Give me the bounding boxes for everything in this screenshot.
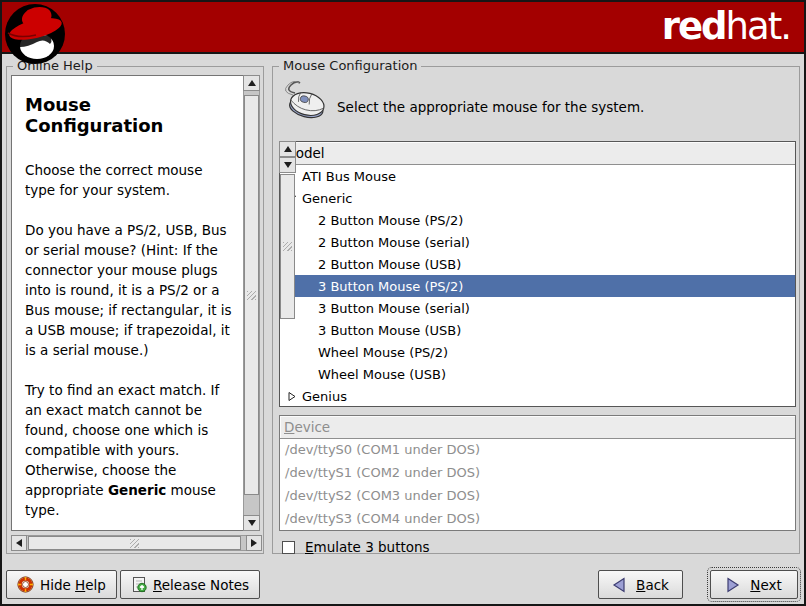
help-paragraph-3: Try to find an exact match. If an exact … <box>25 380 232 520</box>
device-row: /dev/ttyS3 (COM4 under DOS) <box>280 508 795 531</box>
thumb-grip <box>247 291 256 300</box>
next-label: Next <box>750 577 781 593</box>
expander-closed-icon[interactable] <box>286 391 297 402</box>
back-label: Back <box>636 577 669 593</box>
instruction-text: Select the appropriate mouse for the sys… <box>337 99 644 115</box>
installer-window: redhat. Online Help Mouse Configuration … <box>0 0 806 606</box>
help-vertical-scrollbar[interactable] <box>243 75 260 531</box>
device-column-header: Device <box>280 416 795 439</box>
right-arrow-icon <box>251 539 257 547</box>
mouse-configuration-frame: Mouse Configuration Select the appropria… <box>272 66 800 554</box>
scrollbar-thumb[interactable] <box>280 174 295 319</box>
scroll-down-button[interactable] <box>279 157 296 173</box>
scroll-up-button[interactable] <box>279 141 296 157</box>
redhat-shadowman-icon <box>4 3 67 66</box>
wordmark-rest: hat. <box>726 5 790 48</box>
model-list: Model ATI Bus Mouse Generic 2 Button Mou… <box>279 141 796 407</box>
help-horizontal-scrollbar[interactable] <box>11 535 262 551</box>
life-preserver-icon <box>17 576 34 593</box>
next-button[interactable]: Next <box>710 570 798 599</box>
model-column-header[interactable]: Model <box>280 142 795 165</box>
model-row[interactable]: 2 Button Mouse (USB) <box>280 253 795 275</box>
model-row[interactable]: 3 Button Mouse (serial) <box>280 297 795 319</box>
thumb-grip <box>130 539 139 548</box>
mouse-icon <box>281 79 329 125</box>
help-paragraph-1: Choose the correct mouse type for your s… <box>25 160 232 200</box>
model-row-selected[interactable]: 3 Button Mouse (PS/2) <box>280 275 795 297</box>
release-notes-label: Release Notes <box>153 577 249 593</box>
scroll-up-button[interactable] <box>243 75 260 91</box>
device-row: /dev/ttyS1 (COM2 under DOS) <box>280 462 795 485</box>
device-row: /dev/ttyS2 (COM3 under DOS) <box>280 485 795 508</box>
back-button[interactable]: Back <box>598 570 683 599</box>
model-row[interactable]: ATI Bus Mouse <box>280 165 795 187</box>
hide-help-button[interactable]: Hide Help <box>6 570 117 599</box>
up-arrow-icon <box>284 146 292 152</box>
next-arrow-icon <box>726 577 740 593</box>
up-arrow-icon <box>248 80 256 86</box>
back-arrow-icon <box>612 577 626 593</box>
model-row[interactable]: Generic <box>280 187 795 209</box>
scrollbar-trough[interactable] <box>27 535 246 551</box>
scrollbar-thumb[interactable] <box>28 536 241 550</box>
banner: redhat. <box>2 2 804 54</box>
hide-help-label: Hide Help <box>40 577 106 593</box>
thumb-grip <box>283 242 292 251</box>
scroll-right-button[interactable] <box>246 535 262 551</box>
model-row[interactable]: Genius <box>280 385 795 407</box>
help-paragraph-2: Do you have a PS/2, USB, Bus or serial m… <box>25 220 232 360</box>
model-vertical-scrollbar[interactable] <box>279 141 296 173</box>
release-notes-button[interactable]: Release Notes <box>120 570 260 599</box>
help-bold-generic: Generic <box>108 482 166 498</box>
help-title: Mouse Configuration <box>25 94 232 136</box>
redhat-wordmark: redhat. <box>662 6 790 48</box>
scroll-down-button[interactable] <box>243 515 260 531</box>
model-row[interactable]: 3 Button Mouse (USB) <box>280 319 795 341</box>
scroll-left-button[interactable] <box>11 535 27 551</box>
release-notes-document-icon <box>131 576 147 593</box>
model-row[interactable]: 2 Button Mouse (serial) <box>280 231 795 253</box>
down-arrow-icon <box>248 520 256 526</box>
emulate-3-buttons-checkbox[interactable] <box>282 541 295 554</box>
emulate-3-buttons-label: Emulate 3 buttons <box>305 539 430 555</box>
help-text-viewport: Mouse Configuration Choose the correct m… <box>11 75 245 531</box>
model-row[interactable]: Wheel Mouse (PS/2) <box>280 341 795 363</box>
mouse-configuration-frame-label: Mouse Configuration <box>279 58 421 73</box>
device-row: /dev/ttyS0 (COM1 under DOS) <box>280 439 795 462</box>
left-arrow-icon <box>16 539 22 547</box>
emulate-3-buttons-option[interactable]: Emulate 3 buttons <box>282 539 430 555</box>
wordmark-bold: red <box>662 5 726 48</box>
scrollbar-thumb[interactable] <box>244 95 259 495</box>
device-list: Device /dev/ttyS0 (COM1 under DOS) /dev/… <box>279 415 796 531</box>
online-help-frame: Online Help Mouse Configuration Choose t… <box>6 66 264 554</box>
model-row[interactable]: 2 Button Mouse (PS/2) <box>280 209 795 231</box>
down-arrow-icon <box>284 162 292 168</box>
model-row[interactable]: Wheel Mouse (USB) <box>280 363 795 385</box>
scrollbar-trough[interactable] <box>243 91 260 515</box>
